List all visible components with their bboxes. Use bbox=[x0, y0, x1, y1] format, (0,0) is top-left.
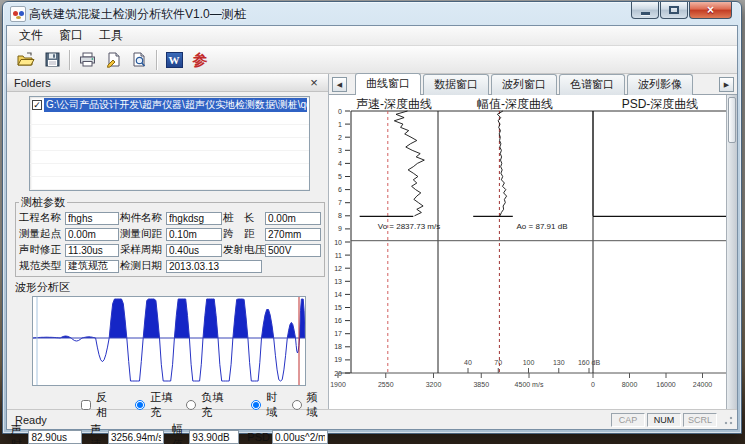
svg-text:4: 4 bbox=[338, 160, 342, 167]
time-domain-label: 时域 bbox=[266, 390, 287, 420]
empty-list-row bbox=[30, 164, 309, 177]
tab-scroll-left-button[interactable]: ◀ bbox=[332, 77, 347, 92]
svg-text:160 dB: 160 dB bbox=[578, 359, 601, 366]
menu-file[interactable]: 文件 bbox=[11, 25, 51, 46]
window-title: 高铁建筑混凝土检测分析软件V1.0—测桩 bbox=[29, 6, 246, 23]
sound-time-field[interactable] bbox=[28, 430, 82, 444]
app-window: 高铁建筑混凝土检测分析软件V1.0—测桩 × 文件 窗口 工具 bbox=[2, 1, 742, 434]
app-icon bbox=[10, 6, 26, 22]
fill-negative-radio[interactable] bbox=[186, 400, 196, 410]
invert-checkbox[interactable] bbox=[81, 400, 91, 410]
velocity-label: 声 速 bbox=[90, 422, 105, 444]
svg-text:14: 14 bbox=[334, 291, 342, 298]
waveform-controls: 反相 正填充 负填充 时域 频域 bbox=[81, 390, 328, 420]
scrollbar-thumb[interactable] bbox=[728, 97, 736, 143]
svg-text:4500 m/s: 4500 m/s bbox=[515, 381, 544, 388]
tab-curve-window[interactable]: 曲线窗口 bbox=[355, 73, 421, 95]
param-label: 跨 距 bbox=[223, 227, 264, 241]
minimize-button[interactable] bbox=[631, 2, 659, 19]
span-field[interactable] bbox=[265, 228, 321, 241]
maximize-button[interactable] bbox=[660, 2, 688, 19]
svg-text:3200: 3200 bbox=[426, 381, 442, 388]
svg-text:1: 1 bbox=[338, 121, 342, 128]
readout-fields: 声 时 声 速 幅 值 PSD bbox=[11, 422, 328, 444]
voltage-field[interactable] bbox=[265, 244, 321, 257]
depth-curves-plot[interactable]: 0123456789101112131415161718192019002550… bbox=[329, 95, 728, 410]
print-button[interactable] bbox=[74, 48, 100, 72]
svg-text:16: 16 bbox=[334, 317, 342, 324]
tab-spectrum-window[interactable]: 色谱窗口 bbox=[559, 74, 625, 95]
menu-window[interactable]: 窗口 bbox=[51, 25, 91, 46]
amplitude-label: 幅 值 bbox=[172, 422, 187, 444]
measure-interval-field[interactable] bbox=[166, 228, 222, 241]
parameter-settings-button[interactable]: 参 bbox=[187, 48, 213, 72]
word-export-button[interactable]: W bbox=[161, 48, 187, 72]
svg-text:17: 17 bbox=[334, 330, 342, 337]
sample-period-field[interactable] bbox=[166, 244, 222, 257]
test-date-field[interactable] bbox=[166, 260, 262, 273]
minimize-icon bbox=[641, 12, 650, 15]
svg-text:2: 2 bbox=[338, 134, 342, 141]
printer-icon bbox=[79, 52, 96, 67]
freq-domain-label: 频域 bbox=[307, 390, 328, 420]
save-button[interactable] bbox=[39, 48, 65, 72]
svg-text:18: 18 bbox=[334, 343, 342, 350]
menu-tools[interactable]: 工具 bbox=[91, 25, 131, 46]
resize-grip[interactable] bbox=[721, 413, 734, 426]
folder-checkbox[interactable]: ✓ bbox=[32, 100, 42, 110]
tab-wavetrain-window[interactable]: 波列窗口 bbox=[491, 74, 557, 95]
tabstrip: ◀ 曲线窗口 数据窗口 波列窗口 色谱窗口 波列影像 ▶ bbox=[329, 74, 737, 95]
svg-text:3: 3 bbox=[338, 147, 342, 154]
toolbar-separator bbox=[156, 50, 157, 70]
fill-positive-label: 正填充 bbox=[150, 390, 182, 420]
time-correction-field[interactable] bbox=[65, 244, 119, 257]
floppy-disk-icon bbox=[45, 52, 60, 67]
psd-field[interactable] bbox=[272, 430, 328, 444]
export-report-button[interactable] bbox=[100, 48, 126, 72]
num-lock-indicator: NUM bbox=[647, 413, 681, 427]
vertical-scrollbar[interactable] bbox=[726, 95, 737, 409]
waveform-plot[interactable] bbox=[33, 297, 305, 385]
param-label: 工程名称 bbox=[19, 211, 64, 225]
fill-negative-label: 负填充 bbox=[201, 390, 233, 420]
svg-text:13: 13 bbox=[334, 278, 342, 285]
tab-data-window[interactable]: 数据窗口 bbox=[423, 74, 489, 95]
time-domain-radio[interactable] bbox=[251, 400, 261, 410]
folders-list[interactable]: ✓ G:\公司产品设计开发\超声仪器\超声仪实地检测数据\测桩\qd\qd03\… bbox=[29, 96, 310, 191]
close-panel-icon[interactable]: × bbox=[307, 77, 321, 89]
project-name-field[interactable] bbox=[65, 212, 119, 225]
velocity-field[interactable] bbox=[108, 430, 164, 444]
component-name-field[interactable] bbox=[166, 212, 222, 225]
close-button[interactable]: × bbox=[689, 2, 732, 19]
fill-positive-radio[interactable] bbox=[135, 400, 145, 410]
standard-type-field[interactable] bbox=[65, 260, 119, 273]
freq-domain-radio[interactable] bbox=[292, 400, 302, 410]
folders-panel-header: Folders × bbox=[7, 74, 328, 92]
svg-text:130: 130 bbox=[553, 359, 565, 366]
pile-params-grid: 工程名称 构件名称 桩 长 测量起点 测量间距 跨 距 声时修正 bbox=[19, 211, 321, 273]
svg-text:Vo = 2837.73 m/s: Vo = 2837.73 m/s bbox=[378, 222, 441, 231]
svg-text:8: 8 bbox=[338, 212, 342, 219]
pile-length-field[interactable] bbox=[265, 212, 321, 225]
close-icon: × bbox=[707, 3, 714, 18]
parameter-icon: 参 bbox=[193, 52, 208, 68]
open-file-button[interactable] bbox=[13, 48, 39, 72]
scroll-lock-indicator: SCRL bbox=[683, 413, 717, 427]
tab-wavetrain-image[interactable]: 波列影像 bbox=[627, 74, 693, 95]
svg-text:7: 7 bbox=[338, 199, 342, 206]
param-label: 采样周期 bbox=[120, 243, 165, 257]
measure-start-field[interactable] bbox=[65, 228, 119, 241]
svg-text:9: 9 bbox=[338, 225, 342, 232]
amplitude-field[interactable] bbox=[189, 430, 239, 444]
svg-text:3850: 3850 bbox=[473, 381, 489, 388]
invert-label: 反相 bbox=[96, 390, 117, 420]
print-preview-button[interactable] bbox=[126, 48, 152, 72]
folder-list-item[interactable]: ✓ G:\公司产品设计开发\超声仪器\超声仪实地检测数据\测桩\qd\qd03\… bbox=[30, 97, 309, 112]
tab-scroll-right-button[interactable]: ▶ bbox=[719, 77, 734, 92]
folder-path: G:\公司产品设计开发\超声仪器\超声仪实地检测数据\测桩\qd\qd03\qd… bbox=[44, 98, 307, 112]
svg-text:1900: 1900 bbox=[330, 381, 346, 388]
svg-text:24000: 24000 bbox=[693, 381, 713, 388]
psd-label: PSD bbox=[247, 431, 270, 443]
titlebar[interactable]: 高铁建筑混凝土检测分析软件V1.0—测桩 × bbox=[3, 2, 741, 25]
waveform-box[interactable] bbox=[32, 296, 306, 386]
